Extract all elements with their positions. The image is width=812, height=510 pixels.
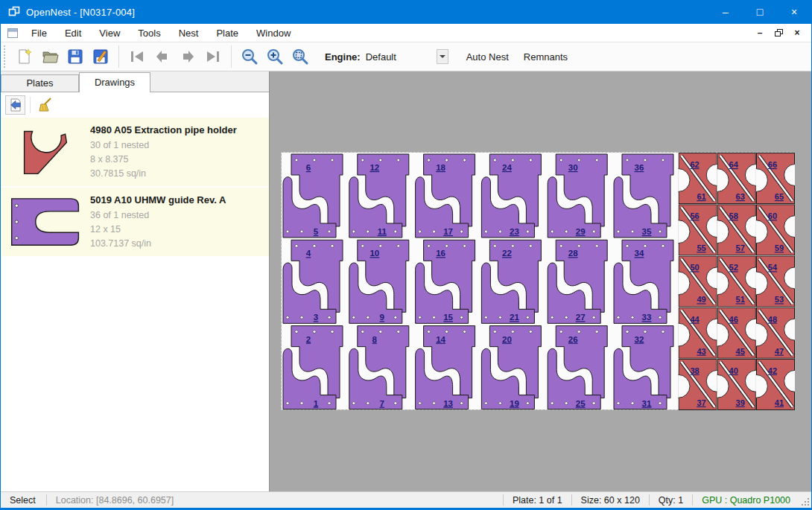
auto-nest-button[interactable]: Auto Nest [459, 47, 516, 67]
mdi-minimize-button[interactable]: – [752, 26, 768, 39]
broom-icon [38, 98, 53, 112]
next-plate-button[interactable] [175, 44, 200, 69]
window-title: OpenNest - [N0317-004] [26, 7, 135, 18]
status-plate: Plate: 1 of 1 [504, 495, 571, 506]
nest-part-pair-purple[interactable]: 87 [349, 326, 409, 409]
mdi-close-button[interactable]: × [789, 26, 805, 39]
title-bar: OpenNest - [N0317-004] – □ × [1, 0, 811, 24]
plate[interactable]: 6512111817242330293635431091615222128273… [281, 152, 795, 410]
svg-text:66: 66 [768, 160, 777, 169]
nest-part-pair-purple[interactable]: 1817 [416, 154, 475, 238]
app-window: OpenNest - [N0317-004] – □ × File Edit V… [0, 0, 812, 510]
mdi-restore-button[interactable] [770, 26, 787, 39]
drawing-title-1: 4980 A05 Extraction pipe holder [90, 124, 263, 136]
svg-text:16: 16 [436, 249, 445, 258]
resize-grip[interactable] [799, 492, 811, 508]
svg-text:22: 22 [502, 249, 512, 258]
svg-text:57: 57 [736, 243, 745, 252]
engine-dropdown-arrow[interactable] [437, 49, 448, 64]
tab-drawings[interactable]: Drawings [79, 72, 150, 92]
svg-text:54: 54 [768, 263, 778, 272]
sidebar: Plates Drawings [1, 71, 269, 491]
drawing-item-1[interactable]: 4980 A05 Extraction pipe holder 30 of 1 … [1, 118, 269, 186]
drawing-size-1: 8 x 8.375 [90, 153, 263, 167]
svg-text:29: 29 [576, 227, 586, 236]
save-button[interactable] [63, 44, 88, 69]
remnants-button[interactable]: Remnants [516, 47, 575, 67]
svg-text:58: 58 [729, 211, 738, 220]
nest-part-pair-purple[interactable]: 3635 [614, 154, 673, 238]
nest-part-pair-purple[interactable]: 3029 [548, 154, 607, 238]
svg-text:4: 4 [306, 249, 311, 258]
nest-part-pair-purple[interactable]: 3433 [614, 240, 673, 323]
last-plate-button[interactable] [200, 44, 226, 69]
nest-part-pair-purple[interactable]: 109 [349, 240, 409, 323]
svg-text:56: 56 [690, 211, 699, 220]
drawing-nested-1: 30 of 1 nested [90, 138, 263, 153]
svg-text:38: 38 [690, 366, 699, 375]
previous-plate-button[interactable] [150, 44, 175, 69]
svg-text:34: 34 [635, 249, 644, 258]
nest-part-pair-purple[interactable]: 1615 [416, 240, 475, 323]
first-plate-button[interactable] [124, 44, 150, 69]
menu-view[interactable]: View [90, 25, 129, 41]
svg-text:32: 32 [635, 335, 644, 344]
svg-text:3: 3 [314, 313, 318, 322]
menu-plate[interactable]: Plate [207, 25, 247, 41]
drawing-area-2: 103.7137 sq/in [90, 237, 263, 251]
svg-text:26: 26 [568, 335, 578, 344]
drawing-item-2[interactable]: 5019 A10 UHMW guide Rev. A 36 of 1 neste… [1, 188, 269, 256]
menu-window[interactable]: Window [247, 25, 299, 41]
svg-text:37: 37 [697, 398, 705, 407]
engine-select-value[interactable]: Default [366, 51, 437, 63]
open-button[interactable] [37, 44, 63, 69]
menu-nest[interactable]: Nest [170, 25, 208, 41]
nest-part-pair-purple[interactable]: 2827 [548, 240, 607, 323]
svg-text:41: 41 [775, 398, 784, 407]
menu-edit[interactable]: Edit [56, 25, 90, 41]
nest-part-pair-purple[interactable]: 2221 [481, 240, 541, 323]
reimport-drawing-button[interactable] [5, 95, 25, 115]
zoom-in-button[interactable] [262, 44, 288, 69]
svg-text:59: 59 [775, 243, 784, 252]
import-drawing-icon [8, 98, 23, 112]
svg-text:23: 23 [510, 227, 519, 236]
minimize-button[interactable]: – [708, 0, 743, 24]
nest-part-pair-purple[interactable]: 2423 [481, 154, 541, 238]
new-file-icon [16, 48, 34, 66]
svg-text:35: 35 [642, 227, 652, 236]
nest-part-pair-purple[interactable]: 2019 [481, 326, 541, 409]
status-qty: Qty: 1 [650, 495, 692, 506]
svg-text:60: 60 [768, 211, 777, 220]
zoom-fit-button[interactable] [288, 44, 313, 69]
last-arrow-icon [204, 48, 222, 66]
toolbar-grip[interactable] [4, 45, 8, 68]
document-icon[interactable] [7, 28, 18, 38]
new-nest-button[interactable] [12, 44, 37, 69]
svg-text:48: 48 [768, 315, 777, 324]
nest-part-pair-purple[interactable]: 21 [283, 326, 343, 409]
svg-text:11: 11 [378, 227, 387, 236]
maximize-button[interactable]: □ [743, 0, 777, 24]
close-button[interactable]: × [777, 0, 811, 24]
nest-part-pair-purple[interactable]: 2625 [548, 326, 607, 409]
menu-tools[interactable]: Tools [129, 25, 169, 41]
next-arrow-icon [179, 48, 197, 66]
nest-part-pair-purple[interactable]: 43 [283, 240, 343, 323]
nest-part-pair-purple[interactable]: 65 [283, 154, 343, 238]
nest-part-pair-purple[interactable]: 1211 [349, 154, 409, 238]
zoom-out-button[interactable] [237, 44, 262, 69]
clean-drawings-button[interactable] [35, 95, 55, 115]
svg-text:19: 19 [510, 399, 519, 408]
menu-file[interactable]: File [22, 25, 56, 41]
drawing-area-1: 30.7815 sq/in [90, 167, 263, 181]
svg-text:24: 24 [502, 163, 512, 172]
svg-text:43: 43 [697, 347, 705, 356]
svg-text:1: 1 [314, 399, 319, 408]
nest-part-pair-purple[interactable]: 3231 [614, 326, 673, 409]
nest-part-pair-purple[interactable]: 1413 [416, 326, 475, 409]
tab-plates[interactable]: Plates [1, 74, 79, 92]
save-as-button[interactable] [88, 44, 113, 69]
nest-canvas[interactable]: 6512111817242330293635431091615222128273… [269, 71, 811, 491]
svg-text:62: 62 [690, 160, 699, 169]
